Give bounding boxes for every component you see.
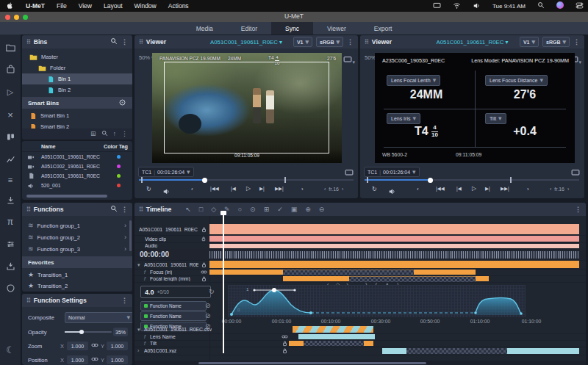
opacity-slider-thumb[interactable] bbox=[79, 330, 84, 334]
viewer1-timecode-display[interactable]: TC1|00:01:26:04▾ bbox=[138, 167, 194, 177]
column-name[interactable]: Name bbox=[41, 143, 56, 150]
viewer1-menu-icon[interactable]: ⋮ bbox=[347, 39, 354, 46]
timeline-scroll-thumb[interactable] bbox=[198, 362, 426, 364]
vertical-scrollbar[interactable] bbox=[129, 220, 132, 251]
track-row-xyz[interactable]: › A051C001.xyz bbox=[135, 347, 586, 355]
clip-exr[interactable] bbox=[209, 261, 579, 268]
track-row-focal[interactable]: f Focal length (mm) bbox=[135, 275, 586, 283]
step-forward-button[interactable]: ▶| bbox=[485, 187, 490, 192]
position-y-input[interactable]: 1.000 bbox=[107, 355, 128, 364]
add-bin-icon[interactable]: ⊞ bbox=[90, 131, 96, 137]
drag-handle-icon[interactable]: ⠿ bbox=[365, 39, 368, 46]
field-select-focal[interactable]: Lens Focal Lenth▾ bbox=[387, 75, 440, 86]
chevron-right-icon[interactable]: › bbox=[124, 246, 126, 253]
display-mirroring-icon[interactable] bbox=[427, 1, 447, 11]
lock-icon[interactable] bbox=[282, 340, 288, 347]
volume-icon[interactable] bbox=[467, 1, 487, 11]
composite-select[interactable]: Normal▾ bbox=[65, 312, 132, 323]
jump-forward-button[interactable]: › bbox=[527, 187, 529, 192]
favorite-transition-1[interactable]: ★ Transition_1 bbox=[22, 269, 132, 281]
timeline-menu-icon[interactable]: ⋮ bbox=[575, 206, 581, 213]
opacity-value[interactable]: 35% bbox=[113, 328, 128, 336]
viewer1-fullscreen-icon[interactable] bbox=[345, 167, 354, 180]
timeline-playhead[interactable] bbox=[223, 215, 224, 353]
clip-csv[interactable] bbox=[293, 326, 373, 333]
mask-shape-icon[interactable] bbox=[0, 283, 21, 293]
play-button[interactable]: ▷ bbox=[246, 186, 251, 192]
viewer2-colorspace-select[interactable]: sRGB▾ bbox=[542, 37, 570, 47]
disable-function-icon[interactable]: ⊘ bbox=[205, 313, 211, 319]
keyframe-value-input[interactable]: 4.0 +0/10 bbox=[140, 286, 211, 298]
clip-tilt-a[interactable] bbox=[289, 341, 304, 346]
drag-handle-icon[interactable]: ⠿ bbox=[26, 297, 30, 304]
clip-video[interactable] bbox=[209, 236, 579, 242]
audio-waveform[interactable] bbox=[209, 251, 579, 259]
bins-icon[interactable] bbox=[0, 43, 21, 52]
color-tag-dot[interactable] bbox=[117, 174, 121, 178]
field-select-distance[interactable]: Lens Focus Distance▾ bbox=[485, 75, 548, 86]
favorite-transition-2[interactable]: ★ Transition_2 bbox=[22, 280, 132, 292]
clip-tilt-disabled[interactable] bbox=[304, 341, 364, 346]
tab-export[interactable]: Export bbox=[360, 22, 406, 35]
frame-stepper[interactable]: ‹fr.16› bbox=[324, 187, 343, 192]
frame-stepper[interactable]: ‹fr.16› bbox=[550, 187, 569, 192]
disable-function-icon[interactable]: ⊘ bbox=[205, 303, 211, 309]
viewer1-display-mode-icon[interactable]: ▾ bbox=[343, 54, 355, 67]
go-to-start-button[interactable]: |◀◀ bbox=[436, 187, 445, 192]
clip-focus-disabled[interactable] bbox=[283, 270, 414, 275]
footer-menu-icon[interactable]: ⋮ bbox=[121, 131, 128, 137]
go-to-start-button[interactable]: |◀◀ bbox=[210, 187, 219, 192]
clip-video-group[interactable] bbox=[209, 224, 579, 234]
bin-item-bin2[interactable]: Bin 2 bbox=[22, 84, 132, 95]
menu-clock[interactable]: Tue 9:41 AM bbox=[487, 3, 531, 10]
zoom-out-tool-icon[interactable]: ⊖ bbox=[319, 206, 325, 213]
link-icon[interactable] bbox=[282, 333, 288, 340]
viewer2-timecode-display[interactable]: TC1|00:01:26:04▾ bbox=[364, 167, 420, 177]
viewer1-out-marker[interactable] bbox=[284, 177, 286, 183]
column-color-tag[interactable]: Color Tag bbox=[104, 143, 128, 150]
bins-search-icon[interactable] bbox=[110, 37, 118, 46]
jump-forward-button[interactable]: › bbox=[301, 187, 304, 192]
jump-back-button[interactable]: ‹ bbox=[191, 187, 193, 192]
field-select-tilt[interactable]: Tilt▾ bbox=[485, 113, 506, 124]
shuffle-icon[interactable]: × bbox=[0, 110, 21, 120]
viewer2-playhead-handle[interactable] bbox=[428, 178, 433, 183]
tab-sync[interactable]: Sync bbox=[271, 22, 313, 35]
expand-icon[interactable]: › bbox=[137, 348, 139, 353]
horizontal-scrollbar[interactable] bbox=[26, 195, 107, 198]
viewer2-out-marker[interactable] bbox=[510, 177, 512, 183]
functions-menu-icon[interactable]: ⋮ bbox=[121, 206, 128, 213]
viewer1-in-marker[interactable] bbox=[141, 177, 143, 183]
viewer1-playhead-handle[interactable] bbox=[202, 178, 207, 183]
viewer1-channel-select[interactable]: V1▾ bbox=[293, 37, 312, 47]
menu-app[interactable]: U-MeT bbox=[20, 2, 51, 10]
siri-icon[interactable] bbox=[551, 1, 570, 10]
zoom-in-tool-icon[interactable]: ⊕ bbox=[305, 206, 311, 213]
tab-viewer[interactable]: Viewer bbox=[313, 22, 360, 35]
clip-focus-b[interactable] bbox=[414, 270, 476, 275]
clip-audio[interactable] bbox=[209, 244, 579, 248]
position-x-input[interactable]: 1.000 bbox=[67, 355, 88, 364]
function-group-1[interactable]: ≋ Function group_1 › bbox=[22, 220, 132, 231]
jump-back-button[interactable]: ‹ bbox=[417, 187, 419, 192]
rect-tool-icon[interactable]: □ bbox=[199, 206, 203, 213]
zoom-y-input[interactable]: 1.000 bbox=[107, 341, 128, 350]
bin-item-master[interactable]: Master bbox=[22, 51, 132, 62]
functions-search-icon[interactable] bbox=[110, 205, 118, 214]
settings-sliders-icon[interactable] bbox=[0, 239, 21, 249]
clip-focus-a[interactable] bbox=[209, 270, 283, 275]
menu-view[interactable]: View bbox=[73, 2, 98, 10]
zoom-x-input[interactable]: 1.000 bbox=[67, 341, 88, 350]
menu-actions[interactable]: Actions bbox=[162, 2, 195, 10]
viewer2-menu-icon[interactable]: ⋮ bbox=[573, 39, 580, 46]
select-tool-icon[interactable]: ↖ bbox=[185, 206, 191, 213]
spotlight-icon[interactable] bbox=[531, 1, 551, 10]
import-icon[interactable] bbox=[0, 195, 21, 205]
function-group-3[interactable]: ≋ Function group_3 › bbox=[22, 243, 132, 255]
pi-functions-icon[interactable]: π bbox=[0, 217, 21, 226]
smart-bin-1[interactable]: Smart Bin 1 bbox=[22, 110, 132, 121]
viewer2-in-marker[interactable] bbox=[367, 177, 368, 183]
collapse-up-icon[interactable]: ↑ bbox=[113, 131, 117, 137]
clip-xyz-b[interactable] bbox=[507, 348, 579, 354]
keyframe-curve[interactable] bbox=[228, 285, 579, 317]
